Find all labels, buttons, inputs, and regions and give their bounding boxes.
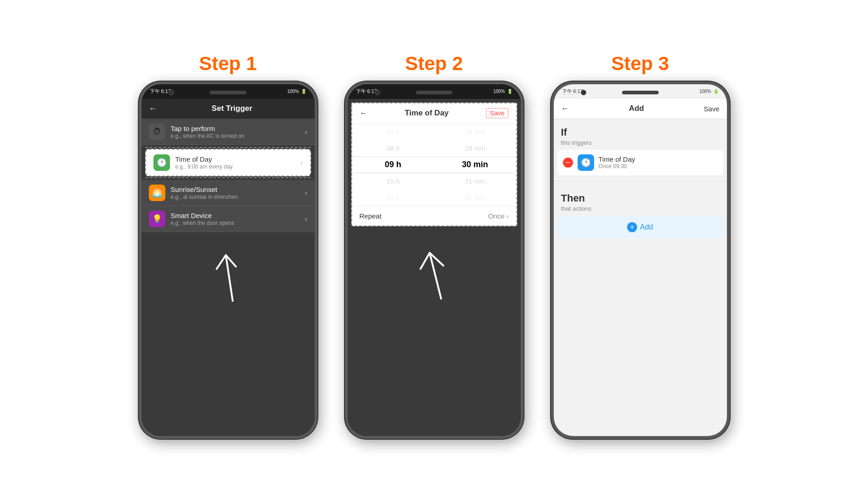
repeat-value: Once ›: [488, 212, 509, 220]
min-32: 32 min: [434, 190, 516, 206]
step2-screen: ← Time of Day Save 07 h 08 h 09 h 10 h 1…: [348, 99, 521, 436]
min-30: 30 min: [434, 157, 516, 173]
tap-title: Tap to perform: [171, 125, 300, 132]
step2-status-bar: 下午 6:17 100% 🔋: [348, 84, 521, 99]
step3-trigger-item[interactable]: − 🕐 Time of Day Once 09:30: [557, 150, 723, 175]
battery-icon-3: 🔋: [713, 89, 719, 94]
step1-tap-item[interactable]: ⏱ Tap to perform e.g., when the AC is tu…: [142, 119, 315, 145]
step2-arrow-icon: [414, 239, 455, 308]
step3-phone: 下午 6:17 100% 🔋 ← Add Save If this trigge…: [551, 82, 730, 439]
step2-phone: 下午 6:17 100% 🔋 ← Time of Day Save: [345, 82, 524, 439]
step1-screen: ⏱ Tap to perform e.g., when the AC is tu…: [142, 119, 315, 436]
add-label: Add: [640, 223, 653, 231]
step3-save-btn[interactable]: Save: [704, 105, 719, 113]
step3-battery: 100%: [699, 89, 711, 94]
hour-09: 09 h: [352, 157, 434, 173]
hour-07: 07 h: [352, 124, 434, 140]
sunrise-subtitle: e.g., at sunrise in shenzhen: [171, 194, 300, 200]
step3-screen: If this triggers − 🕐 Time of Day Once 09…: [554, 119, 727, 436]
step1-container: Step 1 下午 6:17 100% 🔋 ← Set Trigger: [139, 53, 317, 439]
tap-subtitle: e.g., when the AC is turned on: [171, 133, 300, 139]
repeat-chevron: ›: [507, 212, 509, 220]
step1-nav: ← Set Trigger: [142, 99, 315, 119]
battery-icon-1: 🔋: [301, 89, 306, 94]
min-31: 31 min: [434, 173, 516, 190]
hour-11: 11 h: [352, 190, 434, 206]
step2-nav-title: Time of Day: [405, 109, 449, 118]
timeofday-subtitle: e.g., 9:00 am every day: [175, 164, 295, 170]
phone-camera-2: [375, 90, 380, 95]
hour-08: 08 h: [352, 140, 434, 157]
smartdevice-subtitle: e.g., when the door opens: [171, 220, 300, 226]
step3-status-bar: 下午 6:17 100% 🔋: [554, 84, 727, 99]
step2-title: Step 2: [405, 53, 463, 75]
phone-camera-1: [169, 90, 174, 95]
dashed-border-top: [145, 147, 311, 148]
step3-if-subtitle: this triggers: [561, 139, 720, 146]
smartdevice-text: Smart Device e.g., when the door opens: [171, 212, 300, 226]
step1-smartdevice-item[interactable]: 💡 Smart Device e.g., when the door opens…: [142, 206, 315, 232]
step1-status-bar: 下午 6:17 100% 🔋: [142, 84, 315, 99]
min-29: 29 min: [434, 140, 516, 157]
step2-save-btn[interactable]: Save: [486, 108, 509, 118]
step3-phone-wrapper: 下午 6:17 100% 🔋 ← Add Save If this trigge…: [551, 82, 730, 439]
trigger-detail: Once 09:30: [599, 163, 718, 169]
dashed-border-bottom: [145, 177, 311, 178]
add-icon: +: [627, 222, 637, 232]
trigger-text: Time of Day Once 09:30: [599, 155, 718, 169]
step3-nav-title: Add: [629, 104, 644, 113]
step1-title: Step 1: [199, 53, 257, 75]
step1-phone: 下午 6:17 100% 🔋 ← Set Trigger ⏱ Tap to pe…: [139, 82, 317, 439]
timeofday-chevron: ›: [300, 159, 303, 166]
smartdevice-chevron: ›: [305, 215, 307, 223]
step3-if-header: If this triggers: [554, 119, 727, 148]
step1-nav-back[interactable]: ←: [149, 104, 157, 114]
step2-arrow-area: [348, 230, 521, 436]
trigger-icon: 🕐: [578, 154, 594, 171]
step3-nav: ← Add Save: [554, 99, 727, 119]
sunrise-icon: 🌅: [149, 185, 165, 201]
step3-then-title: Then: [561, 192, 720, 204]
step2-modal-container: ← Time of Day Save 07 h 08 h 09 h 10 h 1…: [351, 103, 517, 226]
step1-status-right: 100% 🔋: [287, 89, 306, 94]
step3-nav-back[interactable]: ←: [561, 104, 569, 114]
step2-modal-nav: ← Time of Day Save: [352, 104, 516, 124]
step1-arrow-icon: [207, 241, 249, 310]
step1-sunrise-item[interactable]: 🌅 Sunrise/Sunset e.g., at sunrise in she…: [142, 180, 315, 206]
minute-column[interactable]: 28 min 29 min 30 min 31 min 32 min: [434, 124, 516, 206]
step2-time: 下午 6:17: [356, 88, 377, 95]
step2-nav-back[interactable]: ←: [360, 109, 368, 118]
hour-column[interactable]: 07 h 08 h 09 h 10 h 11 h: [352, 124, 434, 206]
step1-battery: 100%: [287, 89, 299, 94]
step2-time-picker[interactable]: 07 h 08 h 09 h 10 h 11 h 28 min 29 min: [352, 124, 516, 206]
min-28: 28 min: [434, 124, 516, 140]
step1-nav-title: Set Trigger: [212, 104, 252, 113]
phone-camera-3: [581, 90, 586, 95]
step2-phone-wrapper: 下午 6:17 100% 🔋 ← Time of Day Save: [345, 82, 524, 439]
step2-repeat-row[interactable]: Repeat Once ›: [352, 206, 516, 225]
step3-then-header: Then that actions: [554, 185, 727, 214]
timeofday-title: Time of Day: [175, 155, 295, 163]
repeat-label: Repeat: [360, 212, 382, 220]
sunrise-chevron: ›: [305, 189, 307, 196]
step3-container: Step 3 下午 6:17 100% 🔋 ← Add Save: [551, 53, 730, 439]
step3-then-subtitle: that actions: [561, 205, 720, 212]
tap-icon: ⏱: [149, 124, 165, 140]
step1-arrow-area: [142, 232, 315, 436]
timeofday-text: Time of Day e.g., 9:00 am every day: [175, 155, 295, 170]
smartdevice-icon: 💡: [149, 211, 165, 227]
step3-title: Step 3: [611, 53, 669, 75]
smartdevice-title: Smart Device: [171, 212, 300, 219]
tap-text: Tap to perform e.g., when the AC is turn…: [171, 125, 300, 139]
sunrise-title: Sunrise/Sunset: [171, 185, 300, 193]
step2-container: Step 2 下午 6:17 100% 🔋 ← Time of Day: [345, 53, 524, 439]
step1-timeofday-item[interactable]: 🕐 Time of Day e.g., 9:00 am every day ›: [145, 149, 311, 176]
step3-time: 下午 6:17: [562, 88, 583, 95]
remove-trigger-btn[interactable]: −: [563, 158, 573, 168]
section-divider: [554, 181, 727, 181]
step1-time: 下午 6:17: [150, 88, 171, 95]
battery-icon-2: 🔋: [507, 89, 513, 94]
step3-add-btn[interactable]: + Add: [557, 216, 723, 239]
step2-battery: 100%: [493, 89, 505, 94]
tap-chevron: ›: [305, 128, 307, 136]
